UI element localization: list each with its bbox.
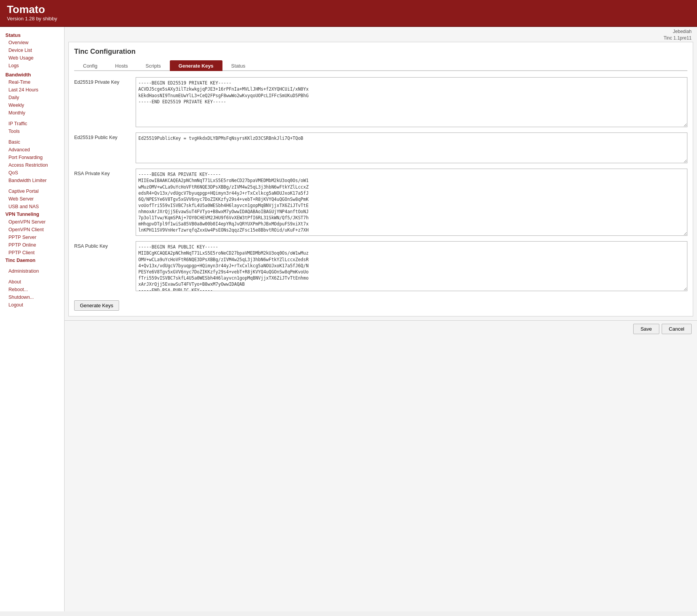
- sidebar-item-usb-nas[interactable]: USB and NAS: [0, 203, 64, 210]
- sidebar-item-tools[interactable]: Tools: [0, 128, 64, 135]
- ed25519-private-key-label: Ed25519 Private Key: [74, 77, 136, 85]
- sidebar: Status Overview Device List Web Usage Lo…: [0, 27, 65, 611]
- tab-generate-keys[interactable]: Generate Keys: [170, 60, 222, 71]
- sidebar-item-port-forwarding[interactable]: Port Forwarding: [0, 154, 64, 161]
- rsa-private-key-label: RSA Private Key: [74, 169, 136, 176]
- app-subtitle: Version 1.28 by shibby: [7, 16, 690, 22]
- tab-config[interactable]: Config: [74, 60, 106, 71]
- sidebar-item-realtime[interactable]: Real-Time: [0, 78, 64, 86]
- sidebar-item-ip-traffic[interactable]: IP Traffic: [0, 120, 64, 128]
- topbar: Jebediah Tinc 1.1pre11: [65, 27, 697, 42]
- sidebar-item-logs[interactable]: Logs: [0, 62, 64, 70]
- app-header: Tomato Version 1.28 by shibby: [0, 0, 697, 27]
- ed25519-public-key-label: Ed25519 Public Key: [74, 132, 136, 140]
- ed25519-private-key-row: Ed25519 Private Key: [74, 77, 687, 127]
- tinc-version: Tinc 1.1pre11: [664, 35, 692, 41]
- sidebar-item-pptp-client[interactable]: PPTP Client: [0, 249, 64, 257]
- sidebar-item-bandwidth-limiter[interactable]: Bandwidth Limiter: [0, 177, 64, 184]
- page-title: Tinc Configuration: [74, 48, 687, 56]
- tab-hosts[interactable]: Hosts: [106, 60, 137, 71]
- sidebar-item-daily[interactable]: Daily: [0, 94, 64, 101]
- rsa-private-key-row: RSA Private Key: [74, 169, 687, 236]
- sidebar-section-bandwidth: Bandwidth: [0, 70, 64, 78]
- generate-keys-button[interactable]: Generate Keys: [74, 300, 119, 311]
- sidebar-item-basic[interactable]: Basic: [0, 138, 64, 146]
- sidebar-item-openvpn-server[interactable]: OpenVPN Server: [0, 218, 64, 226]
- user-info: Jebediah Tinc 1.1pre11: [664, 28, 692, 41]
- sidebar-item-captive-portal[interactable]: Captive Portal: [0, 187, 64, 195]
- sidebar-item-qos[interactable]: QoS: [0, 169, 64, 177]
- tab-bar: Config Hosts Scripts Generate Keys Statu…: [74, 60, 687, 71]
- ed25519-public-key-row: Ed25519 Public Key: [74, 132, 687, 163]
- sidebar-item-overview[interactable]: Overview: [0, 39, 64, 46]
- rsa-public-key-row: RSA Public Key: [74, 241, 687, 291]
- sidebar-item-pptp-online[interactable]: PPTP Online: [0, 241, 64, 249]
- sidebar-section-status: Status: [0, 30, 64, 39]
- sidebar-item-about[interactable]: About: [0, 278, 64, 286]
- sidebar-item-shutdown[interactable]: Shutdown...: [0, 293, 64, 301]
- sidebar-item-weekly[interactable]: Weekly: [0, 101, 64, 109]
- sidebar-item-reboot[interactable]: Reboot...: [0, 286, 64, 293]
- sidebar-item-access-restriction[interactable]: Access Restriction: [0, 161, 64, 169]
- sidebar-item-openvpn-client[interactable]: OpenVPN Client: [0, 226, 64, 233]
- cancel-button[interactable]: Cancel: [662, 324, 692, 334]
- sidebar-item-administration[interactable]: Administration: [0, 267, 64, 275]
- content-area: Tinc Configuration Config Hosts Scripts …: [68, 42, 693, 316]
- bottom-bar: Save Cancel: [65, 320, 697, 337]
- sidebar-item-device-list[interactable]: Device List: [0, 46, 64, 54]
- sidebar-item-pptp-server[interactable]: PPTP Server: [0, 233, 64, 241]
- tab-status[interactable]: Status: [222, 60, 254, 71]
- ed25519-public-key-input[interactable]: [136, 132, 687, 163]
- sidebar-item-last24[interactable]: Last 24 Hours: [0, 86, 64, 94]
- main-content: Jebediah Tinc 1.1pre11 Tinc Configuratio…: [65, 27, 697, 611]
- sidebar-item-logout[interactable]: Logout: [0, 301, 64, 309]
- app-title: Tomato: [7, 4, 690, 16]
- sidebar-item-vpn-tunneling[interactable]: VPN Tunneling: [0, 210, 64, 218]
- sidebar-item-monthly[interactable]: Monthly: [0, 109, 64, 117]
- save-button[interactable]: Save: [633, 324, 659, 334]
- rsa-private-key-input[interactable]: [136, 169, 687, 236]
- sidebar-item-web-server[interactable]: Web Server: [0, 195, 64, 203]
- rsa-public-key-input[interactable]: [136, 241, 687, 291]
- rsa-public-key-label: RSA Public Key: [74, 241, 136, 249]
- ed25519-private-key-input[interactable]: [136, 77, 687, 127]
- sidebar-item-advanced[interactable]: Advanced: [0, 146, 64, 154]
- hostname: Jebediah: [664, 28, 692, 35]
- tab-scripts[interactable]: Scripts: [137, 60, 170, 71]
- sidebar-item-tinc-daemon[interactable]: Tinc Daemon: [0, 257, 64, 264]
- sidebar-item-web-usage[interactable]: Web Usage: [0, 54, 64, 62]
